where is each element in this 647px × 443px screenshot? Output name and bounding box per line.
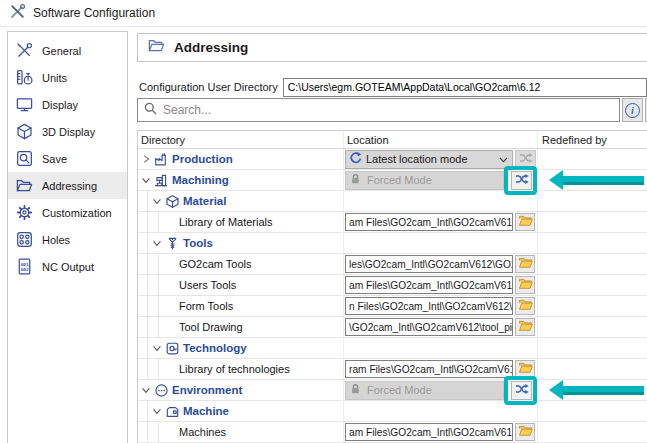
location-cell: \GO2cam_Intl\GO2camV612\tool_picture — [344, 317, 538, 337]
tree-guide — [147, 401, 148, 421]
info-icon: i — [625, 103, 640, 118]
annotation-arrow — [549, 380, 644, 400]
redirect-button[interactable] — [511, 171, 532, 190]
sidebar-item-customization[interactable]: Customization — [8, 199, 127, 226]
save-icon — [14, 148, 35, 169]
directory-cell: Machines — [138, 422, 344, 442]
redefined-by-cell — [538, 212, 647, 232]
tree-expander-expanded[interactable] — [151, 342, 163, 354]
table-row[interactable]: Library of Materialsam Files\GO2cam_Intl… — [138, 212, 647, 233]
path-input[interactable]: \GO2cam_Intl\GO2camV612\tool_picture — [345, 318, 513, 336]
forced-mode-box: Forced Mode — [345, 171, 504, 190]
tree-guide — [158, 296, 159, 316]
tree-guide — [147, 317, 148, 337]
tree-guide — [147, 338, 148, 358]
location-cell: les\GO2cam_Intl\GO2camV612\GO2_tool — [344, 254, 538, 274]
redefined-by-cell — [538, 296, 647, 316]
table-row[interactable]: Library of technologiesram Files\GO2cam_… — [138, 359, 647, 380]
sidebar-item-holes[interactable]: Holes — [8, 226, 127, 253]
search-box[interactable] — [137, 98, 620, 122]
path-input[interactable]: am Files\GO2cam_Intl\GO2camV612\tool — [345, 276, 513, 294]
sidebar-item-3d-display[interactable]: 3D Display — [8, 118, 127, 145]
browse-folder-button[interactable] — [515, 255, 535, 273]
browse-folder-button[interactable] — [515, 423, 535, 441]
folder-icon — [518, 255, 533, 273]
table-row[interactable]: Material — [138, 191, 647, 212]
tree-guide — [147, 296, 148, 316]
table-row[interactable]: EnvironmentForced Mode — [138, 380, 647, 401]
tree-expander-collapsed[interactable] — [140, 153, 152, 165]
path-input[interactable]: am Files\GO2cam_Intl\GO2camV612\mac — [345, 423, 513, 441]
location-cell — [344, 338, 538, 358]
table-row[interactable]: ProductionLatest location mode — [138, 149, 647, 170]
arrow-head — [549, 170, 563, 190]
forced-mode-label: Forced Mode — [367, 384, 432, 396]
table-row[interactable]: Tools — [138, 233, 647, 254]
table-row[interactable]: Users Toolsam Files\GO2cam_Intl\GO2camV6… — [138, 275, 647, 296]
browse-folder-button[interactable] — [515, 213, 535, 231]
wrench-screwdriver-icon — [9, 3, 26, 24]
arrow-tail — [563, 176, 644, 185]
sidebar-item-display[interactable]: Display — [8, 91, 127, 118]
table-row[interactable]: Tool Drawing\GO2cam_Intl\GO2camV612\tool… — [138, 317, 647, 338]
directory-cell: Users Tools — [138, 275, 344, 295]
table-row[interactable]: Machinesam Files\GO2cam_Intl\GO2camV612\… — [138, 422, 647, 443]
lock-icon — [350, 383, 361, 397]
sidebar-item-label: 3D Display — [42, 126, 95, 138]
config-directory-input[interactable] — [283, 78, 647, 97]
table-header: Directory Location Redefined by — [138, 131, 647, 149]
tree-expander-expanded[interactable] — [140, 174, 152, 186]
table-row[interactable]: GO2cam Toolsles\GO2cam_Intl\GO2camV612\G… — [138, 254, 647, 275]
table-row[interactable]: Form Toolsn Files\GO2cam_Intl\GO2camV612… — [138, 296, 647, 317]
redefined-by-cell — [538, 338, 647, 358]
tree-expander-expanded[interactable] — [140, 384, 152, 396]
sidebar-item-nc-output[interactable]: G01 G02 NC Output — [8, 253, 127, 280]
browse-folder-button[interactable] — [515, 276, 535, 294]
path-input[interactable]: ram Files\GO2cam_Intl\GO2camV612\tec — [345, 360, 513, 378]
sidebar-item-label: NC Output — [42, 261, 94, 273]
sidebar-item-addressing[interactable]: Addressing — [8, 172, 127, 199]
directory-cell: Technology — [138, 338, 344, 358]
tree-expander-expanded[interactable] — [151, 237, 163, 249]
material-icon — [163, 193, 181, 209]
page-header: Addressing — [137, 33, 647, 62]
directory-name: Users Tools — [179, 279, 236, 291]
path-input[interactable]: les\GO2cam_Intl\GO2camV612\GO2_tool — [345, 255, 513, 273]
search-input[interactable] — [163, 103, 619, 117]
directory-name: Tools — [183, 237, 213, 249]
location-mode-dropdown[interactable]: Latest location mode — [345, 150, 513, 169]
table-row[interactable]: Machine — [138, 401, 647, 422]
shuffle-icon — [515, 381, 529, 399]
sidebar-item-units[interactable]: Units — [8, 64, 127, 91]
redirect-button[interactable] — [511, 381, 532, 400]
location-cell: n Files\GO2cam_Intl\GO2camV612\forme — [344, 296, 538, 316]
sidebar-item-label: Save — [42, 153, 67, 165]
search-row: i — [137, 98, 647, 122]
browse-folder-button[interactable] — [515, 297, 535, 315]
directory-name: Material — [183, 195, 226, 207]
directory-cell: Machine — [138, 401, 344, 421]
sidebar-item-save[interactable]: Save — [8, 145, 127, 172]
tree-guide — [158, 317, 159, 337]
directory-name: Machines — [179, 426, 226, 438]
directory-cell: Form Tools — [138, 296, 344, 316]
tree-expander-expanded[interactable] — [151, 405, 163, 417]
search-icon — [144, 101, 157, 119]
sidebar-item-general[interactable]: General — [8, 37, 127, 64]
location-cell — [344, 233, 538, 253]
directory-name: Production — [172, 153, 233, 165]
location-cell: Forced Mode — [344, 170, 538, 190]
browse-folder-button[interactable] — [515, 318, 535, 336]
location-cell: Forced Mode — [344, 380, 538, 400]
holes-icon — [14, 229, 35, 250]
path-input[interactable]: n Files\GO2cam_Intl\GO2camV612\forme — [345, 297, 513, 315]
path-input[interactable]: am Files\GO2cam_Intl\GO2camV612\mat — [345, 213, 513, 231]
technology-icon — [163, 340, 181, 356]
info-button[interactable]: i — [622, 98, 643, 122]
factory-icon — [152, 151, 170, 167]
table-body: ProductionLatest location modeMachiningF… — [138, 149, 647, 443]
table-row[interactable]: MachiningForced Mode — [138, 170, 647, 191]
settings-sidebar: General Units Display 3D Display — [7, 31, 128, 443]
table-row[interactable]: Technology — [138, 338, 647, 359]
tree-expander-expanded[interactable] — [151, 195, 163, 207]
